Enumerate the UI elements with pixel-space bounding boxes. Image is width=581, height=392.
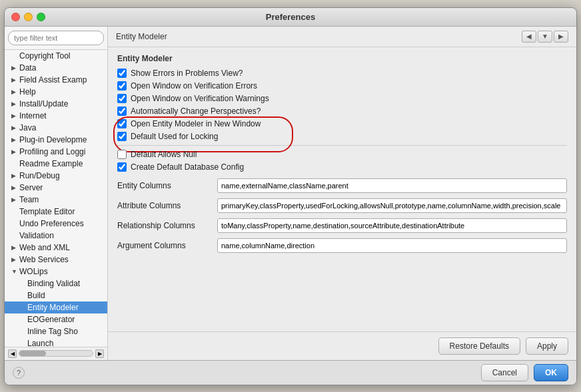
entity-columns-input[interactable] [217,178,567,193]
sidebar-item-build[interactable]: Build [5,290,107,301]
panel-footer: Restore Defaults Apply [108,331,576,360]
sidebar-item-label: Internet [19,111,47,120]
sidebar-item-web-xml[interactable]: ▶ Web and XML [5,242,107,254]
sidebar-item-label: Help [19,87,36,97]
nav-back-button[interactable]: ◀ [522,31,536,43]
arrow-icon: ▶ [11,148,18,155]
sidebar-item-validation[interactable]: Validation [5,230,107,242]
sidebar-item-inline-tag[interactable]: Inline Tag Sho [5,325,107,337]
sidebar-item-internet[interactable]: ▶ Internet [5,110,107,122]
cancel-button[interactable]: Cancel [481,364,528,381]
checkbox-open-new-window[interactable] [117,119,127,128]
traffic-lights [11,13,45,21]
checkbox-open-window-warn[interactable] [117,94,127,103]
sidebar-item-launch[interactable]: Launch [5,337,107,347]
sidebar-item-label: Web Services [19,255,69,264]
sidebar-item-entity-modeler[interactable]: Entity Modeler [5,301,107,313]
checkbox-default-null[interactable] [117,150,127,159]
panel-header-title: Entity Modeler [116,32,167,41]
sidebar-item-profiling[interactable]: ▶ Profiling and Loggi [5,146,107,158]
sidebar-item-label: Launch [27,339,53,347]
sidebar-scrollbar[interactable]: ◀ ▶ [5,347,107,360]
argument-columns-row: Argument Columns [117,238,567,253]
checkbox-row-default-null: Default Allows Null [117,150,567,159]
sidebar-item-template[interactable]: Template Editor [5,206,107,218]
help-button[interactable]: ? [13,367,25,379]
sidebar-item-binding[interactable]: Binding Validat [5,278,107,290]
sidebar-item-server[interactable]: ▶ Server [5,182,107,194]
nav-arrows: ◀ ▼ ▶ [522,31,568,43]
sidebar-item-label: Plug-in Developme [19,135,87,144]
search-input[interactable] [8,31,104,45]
sidebar-item-install[interactable]: ▶ Install/Update [5,98,107,110]
arrow-icon: ▶ [11,112,18,119]
checkbox-label: Automatically Change Perspectives? [131,106,261,116]
sidebar-item-label: Data [19,63,36,73]
checkbox-label: Open Window on Verification Warnings [131,94,269,103]
scroll-left-button[interactable]: ◀ [8,349,17,358]
checkbox-default-locking[interactable] [117,132,127,141]
scroll-track[interactable] [19,350,93,357]
sidebar-item-label: Inline Tag Sho [27,327,78,336]
sidebar-item-web-services[interactable]: ▶ Web Services [5,254,107,266]
checkbox-auto-change[interactable] [117,106,127,116]
sidebar-item-label: Copyright Tool [19,51,71,61]
checkbox-show-errors[interactable] [117,69,127,78]
sidebar-item-field-assist[interactable]: ▶ Field Assist Examp [5,74,107,86]
checkbox-row-open-new-window: Open Entity Modeler in New Window [117,119,567,128]
ok-button[interactable]: OK [534,364,568,381]
checkbox-label: Open Window on Verification Errors [131,81,257,91]
arrow-icon: ▶ [11,124,18,131]
arrow-icon: ▶ [11,100,18,107]
sidebar-item-plugin[interactable]: ▶ Plug-in Developme [5,134,107,146]
maximize-button[interactable] [37,13,45,21]
sidebar-item-label: Build [27,291,45,300]
checkbox-label: Show Errors in Problems View? [131,69,243,78]
sidebar-item-label: Install/Update [19,99,68,108]
sidebar-item-help[interactable]: ▶ Help [5,86,107,98]
apply-button[interactable]: Apply [526,337,568,355]
sidebar-item-run-debug[interactable]: ▶ Run/Debug [5,170,107,182]
divider [117,145,567,146]
sidebar-item-undo[interactable]: Undo Preferences [5,218,107,230]
sidebar-item-label: Template Editor [19,207,75,216]
sidebar-item-eogenerator[interactable]: EOGenerator [5,313,107,325]
checkbox-label: Create Default Database Config [131,162,244,172]
arrow-icon: ▶ [11,65,18,71]
close-button[interactable] [11,13,20,21]
arrow-icon: ▶ [11,89,18,95]
checkbox-create-db[interactable] [117,162,127,172]
restore-defaults-button[interactable]: Restore Defaults [438,337,520,355]
titlebar: Preferences [5,8,576,27]
checkbox-row-default-locking: Default Used for Locking [117,132,567,141]
nav-forward-dropdown-button[interactable]: ▼ [538,31,552,43]
checkbox-row-create-db: Create Default Database Config [117,162,567,172]
checkbox-open-window-verify[interactable] [117,81,127,91]
argument-columns-input[interactable] [217,238,567,253]
sidebar-item-java[interactable]: ▶ Java [5,122,107,134]
tree-container: Copyright Tool ▶ Data ▶ Field Assist Exa… [5,50,107,347]
sidebar-item-data[interactable]: ▶ Data [5,62,107,74]
arrow-icon: ▼ [11,268,18,275]
section-title: Entity Modeler [117,54,567,63]
search-box [5,27,107,50]
sidebar-item-label: Profiling and Loggi [19,147,85,156]
sidebar-item-team[interactable]: ▶ Team [5,194,107,206]
sidebar-item-label: Run/Debug [19,171,60,180]
arrow-icon: ▶ [11,184,18,191]
relationship-columns-input[interactable] [217,218,567,233]
scroll-right-button[interactable]: ▶ [95,349,104,358]
relationship-columns-label: Relationship Columns [117,221,211,230]
nav-forward-button[interactable]: ▶ [554,31,568,43]
checkbox-label: Default Allows Null [131,150,197,159]
sidebar-item-readme[interactable]: Readme Example [5,158,107,170]
attribute-columns-row: Attribute Columns [117,198,567,213]
sidebar-item-copyright-tool[interactable]: Copyright Tool [5,50,107,62]
entity-columns-row: Entity Columns [117,178,567,193]
attribute-columns-input[interactable] [217,198,567,213]
sidebar-item-wolips[interactable]: ▼ WOLips [5,266,107,278]
sidebar-item-label: WOLips [19,267,48,276]
arrow-icon: ▶ [11,77,18,83]
sidebar-item-label: Entity Modeler [27,303,79,312]
minimize-button[interactable] [24,13,33,21]
